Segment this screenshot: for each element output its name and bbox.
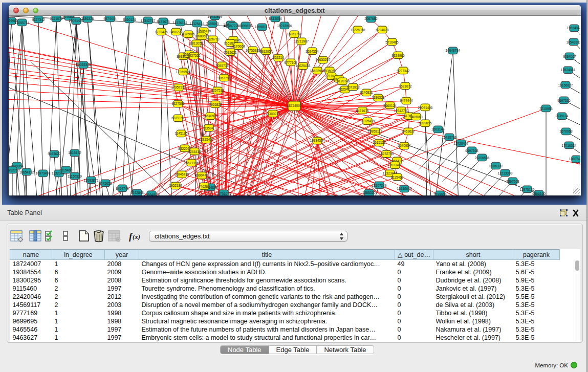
svg-text:3375685: 3375685 xyxy=(182,32,195,36)
svg-text:1640954: 1640954 xyxy=(398,144,411,147)
svg-text:(x): (x) xyxy=(133,233,140,240)
svg-text:3624554: 3624554 xyxy=(306,50,319,53)
svg-text:1145195: 1145195 xyxy=(175,132,188,135)
svg-text:1071918: 1071918 xyxy=(346,85,360,89)
svg-text:2087682: 2087682 xyxy=(364,17,378,20)
svg-text:10025438: 10025438 xyxy=(296,64,311,68)
svg-text:10654112: 10654112 xyxy=(19,170,34,174)
svg-text:9084067: 9084067 xyxy=(563,55,576,58)
svg-text:12213309: 12213309 xyxy=(498,171,513,175)
svg-text:8990448: 8990448 xyxy=(195,173,208,177)
svg-text:9697316: 9697316 xyxy=(557,99,571,102)
svg-text:8454749: 8454749 xyxy=(116,187,129,190)
svg-text:1267533: 1267533 xyxy=(211,89,224,92)
svg-text:4170064: 4170064 xyxy=(232,45,245,48)
svg-text:9115460: 9115460 xyxy=(391,176,404,179)
svg-text:2867608: 2867608 xyxy=(506,180,519,183)
svg-text:8427552: 8427552 xyxy=(187,54,201,57)
svg-text:16210643: 16210643 xyxy=(397,187,412,190)
svg-text:11156829: 11156829 xyxy=(68,174,82,178)
svg-text:16961758: 16961758 xyxy=(287,32,302,36)
svg-text:9463627: 9463627 xyxy=(402,129,415,133)
svg-text:11325419: 11325419 xyxy=(360,119,375,123)
svg-text:15495798: 15495798 xyxy=(442,136,457,139)
svg-text:1621072: 1621072 xyxy=(50,17,63,20)
svg-text:10807487: 10807487 xyxy=(569,157,580,161)
svg-text:18724007: 18724007 xyxy=(287,104,302,107)
svg-text:17957253: 17957253 xyxy=(171,85,186,89)
svg-text:7955822: 7955822 xyxy=(209,103,222,106)
svg-text:9227342: 9227342 xyxy=(32,18,45,21)
svg-text:19218506: 19218506 xyxy=(277,24,292,28)
svg-text:2603144: 2603144 xyxy=(431,127,445,131)
svg-text:9227342: 9227342 xyxy=(397,69,410,73)
svg-text:8471676: 8471676 xyxy=(157,20,170,24)
svg-text:10973493: 10973493 xyxy=(388,163,403,167)
svg-text:10120746: 10120746 xyxy=(335,79,350,83)
svg-text:20091406: 20091406 xyxy=(69,19,84,23)
svg-text:16782759: 16782759 xyxy=(379,152,394,156)
svg-text:16033809: 16033809 xyxy=(208,16,223,18)
svg-text:1244419: 1244419 xyxy=(188,150,201,154)
svg-text:7632621: 7632621 xyxy=(224,51,237,54)
svg-text:1615132: 1615132 xyxy=(68,151,81,155)
svg-text:2935114: 2935114 xyxy=(556,114,569,118)
svg-text:8186328: 8186328 xyxy=(489,164,503,168)
svg-text:1733426: 1733426 xyxy=(155,30,168,34)
svg-text:12975135: 12975135 xyxy=(520,188,535,191)
svg-text:7485063: 7485063 xyxy=(206,22,219,26)
svg-text:10973493: 10973493 xyxy=(36,171,51,175)
svg-text:1952184: 1952184 xyxy=(169,184,182,187)
svg-text:10958117: 10958117 xyxy=(368,129,383,133)
svg-text:252214: 252214 xyxy=(273,56,284,59)
svg-text:6899695: 6899695 xyxy=(419,121,432,125)
svg-text:9463627: 9463627 xyxy=(48,152,61,156)
svg-text:3935061: 3935061 xyxy=(323,69,336,73)
svg-text:8660124: 8660124 xyxy=(123,18,136,21)
svg-text:19166827: 19166827 xyxy=(558,83,573,87)
svg-text:8813054: 8813054 xyxy=(269,17,282,20)
svg-text:16046738: 16046738 xyxy=(175,172,189,176)
svg-text:53594: 53594 xyxy=(204,126,213,130)
svg-text:8912954: 8912954 xyxy=(259,50,273,53)
svg-text:12213967: 12213967 xyxy=(294,39,309,43)
svg-text:15300273: 15300273 xyxy=(266,112,280,116)
svg-text:16671355: 16671355 xyxy=(184,161,199,165)
svg-text:6879197: 6879197 xyxy=(171,116,185,120)
svg-text:12505135: 12505135 xyxy=(197,29,211,33)
svg-text:9327505: 9327505 xyxy=(171,102,185,105)
svg-text:1621072: 1621072 xyxy=(399,84,412,88)
svg-text:29053346: 29053346 xyxy=(76,63,91,67)
svg-text:16782759: 16782759 xyxy=(9,168,20,172)
svg-text:10756928: 10756928 xyxy=(246,49,260,52)
svg-text:3498222: 3498222 xyxy=(169,30,183,34)
svg-text:17359924: 17359924 xyxy=(176,70,191,74)
svg-text:10543382: 10543382 xyxy=(567,40,580,44)
svg-text:12093872: 12093872 xyxy=(84,179,99,182)
svg-text:11325419: 11325419 xyxy=(190,22,205,26)
svg-text:10958117: 10958117 xyxy=(255,25,270,29)
svg-text:6497568: 6497568 xyxy=(465,149,478,152)
svg-text:13325419: 13325419 xyxy=(199,138,214,141)
svg-text:9857791: 9857791 xyxy=(217,76,231,80)
svg-text:7485063: 7485063 xyxy=(409,115,423,119)
svg-text:1670068: 1670068 xyxy=(559,129,573,133)
svg-text:9474444: 9474444 xyxy=(103,17,117,20)
svg-text:6794028: 6794028 xyxy=(376,28,389,32)
svg-text:9474444: 9474444 xyxy=(400,99,413,102)
svg-text:16640910: 16640910 xyxy=(203,114,218,118)
svg-text:8471676: 8471676 xyxy=(356,109,369,113)
svg-text:18807249: 18807249 xyxy=(372,184,387,187)
svg-text:9242848: 9242848 xyxy=(130,191,144,194)
svg-text:19384554: 19384554 xyxy=(310,139,325,142)
svg-text:13654923: 13654923 xyxy=(144,193,159,195)
svg-text:12342757: 12342757 xyxy=(394,109,409,113)
svg-text:13524851: 13524851 xyxy=(561,68,576,72)
svg-text:5716485: 5716485 xyxy=(385,40,399,44)
svg-text:7515526: 7515526 xyxy=(433,193,447,195)
svg-text:8660124: 8660124 xyxy=(383,104,397,107)
svg-text:1388520: 1388520 xyxy=(362,191,376,194)
svg-text:19654943: 19654943 xyxy=(567,26,580,30)
svg-text:2055718: 2055718 xyxy=(215,64,229,68)
svg-text:10653267: 10653267 xyxy=(316,58,331,61)
